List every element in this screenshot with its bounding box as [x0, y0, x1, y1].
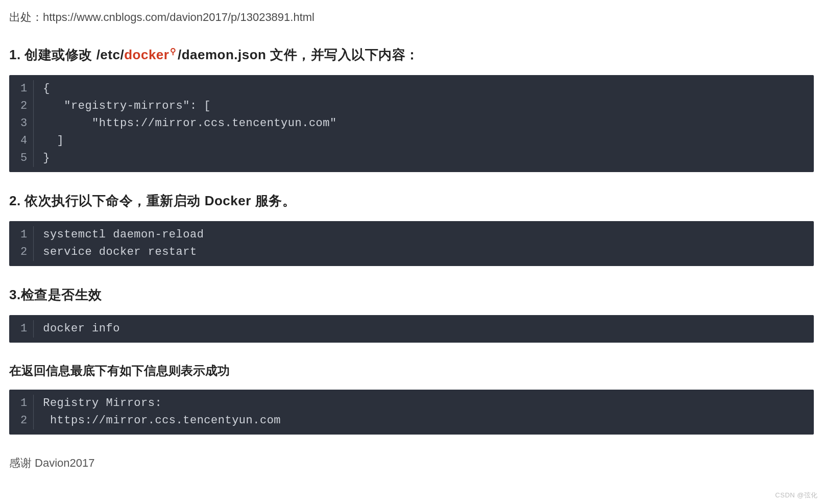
code-line: 4 ] — [9, 132, 814, 150]
line-number: 2 — [9, 412, 34, 429]
code-block-1: 1{2 "registry-mirrors": [3 "https://mirr… — [9, 75, 814, 172]
code-text[interactable]: ] — [34, 132, 814, 150]
keyword-docker-link[interactable]: docker⚲ — [124, 44, 178, 66]
code-line: 2service docker restart — [9, 244, 814, 261]
code-line: 1docker info — [9, 320, 814, 338]
code-line: 1{ — [9, 80, 814, 98]
code-line: 1Registry Mirrors: — [9, 395, 814, 412]
source-line: 出处：https://www.cnblogs.com/davion2017/p/… — [9, 8, 814, 26]
code-line: 3 "https://mirror.ccs.tencentyun.com" — [9, 115, 814, 132]
code-text[interactable]: https://mirror.ccs.tencentyun.com — [34, 412, 814, 429]
code-block-2: 1systemctl daemon-reload2service docker … — [9, 221, 814, 266]
line-number: 1 — [9, 320, 34, 338]
line-number: 4 — [9, 132, 34, 150]
code-line: 5} — [9, 150, 814, 167]
section-1-heading: 1. 创建或修改 /etc/docker⚲/daemon.json 文件，并写入… — [9, 44, 814, 66]
line-number: 5 — [9, 150, 34, 167]
code-line: 1systemctl daemon-reload — [9, 226, 814, 244]
line-number: 2 — [9, 98, 34, 115]
code-text[interactable]: service docker restart — [34, 244, 814, 261]
code-text[interactable]: "registry-mirrors": [ — [34, 98, 814, 115]
line-number: 2 — [9, 244, 34, 261]
line-number: 1 — [9, 80, 34, 98]
line-number: 1 — [9, 226, 34, 244]
heading-text-prefix: 1. 创建或修改 /etc/ — [9, 47, 124, 62]
keyword-docker-text: docker — [124, 47, 169, 62]
line-number: 3 — [9, 115, 34, 132]
code-line: 2 https://mirror.ccs.tencentyun.com — [9, 412, 814, 429]
section-3-heading: 3.检查是否生效 — [9, 284, 814, 306]
source-label: 出处： — [9, 11, 43, 23]
code-line: 2 "registry-mirrors": [ — [9, 98, 814, 115]
code-text[interactable]: systemctl daemon-reload — [34, 226, 814, 244]
watermark: CSDN @弦化 — [775, 490, 818, 492]
thanks-line: 感谢 Davion2017 — [9, 454, 814, 472]
code-text[interactable]: docker info — [34, 320, 814, 338]
code-block-3: 1docker info — [9, 315, 814, 343]
code-text[interactable]: "https://mirror.ccs.tencentyun.com" — [34, 115, 814, 132]
heading-text-suffix: /daemon.json 文件，并写入以下内容： — [178, 47, 419, 62]
code-block-4: 1Registry Mirrors:2 https://mirror.ccs.t… — [9, 390, 814, 435]
code-text[interactable]: { — [34, 80, 814, 98]
section-4-heading: 在返回信息最底下有如下信息则表示成功 — [9, 361, 814, 380]
line-number: 1 — [9, 395, 34, 412]
code-text[interactable]: Registry Mirrors: — [34, 395, 814, 412]
search-icon: ⚲ — [170, 47, 177, 56]
section-2-heading: 2. 依次执行以下命令，重新启动 Docker 服务。 — [9, 190, 814, 212]
code-text[interactable]: } — [34, 150, 814, 167]
source-url: https://www.cnblogs.com/davion2017/p/130… — [43, 11, 314, 23]
